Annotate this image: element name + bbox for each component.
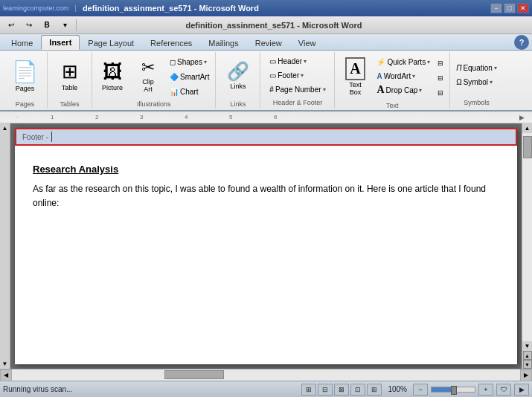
draft-button[interactable]: ⊞ xyxy=(367,384,382,396)
header-icon: ▭ xyxy=(269,57,276,65)
status-bar: Running virus scan... ⊞ ⊟ ⊠ ⊡ ⊞ 100% − +… xyxy=(0,381,532,397)
tab-references[interactable]: References xyxy=(142,36,200,50)
footer-cursor xyxy=(51,132,52,142)
textbox-button[interactable]: A TextBox xyxy=(338,54,372,99)
shapes-button[interactable]: ◻ Shapes ▾ xyxy=(167,55,212,68)
prev-page-button[interactable]: ▲ xyxy=(523,351,532,360)
ribbon-group-header-footer: ▭ Header ▾ ▭ Footer ▾ # Page Number ▾ He… xyxy=(260,52,335,109)
footer-button[interactable]: ▭ Footer ▾ xyxy=(266,68,307,82)
qa-dropdown-button[interactable]: ▾ xyxy=(57,18,73,33)
smartart-icon: 🔷 xyxy=(170,73,179,81)
page-number-button[interactable]: # Page Number ▾ xyxy=(266,83,328,96)
tab-view[interactable]: View xyxy=(290,36,324,50)
tab-page-layout[interactable]: Page Layout xyxy=(80,36,142,50)
scroll-up-button[interactable]: ▲ xyxy=(523,123,532,133)
scroll-up-left[interactable]: ▲ xyxy=(2,125,8,132)
qa-undo-button[interactable]: ↩ xyxy=(3,18,19,33)
dropcap-button[interactable]: A Drop Cap ▾ xyxy=(374,83,433,97)
quick-parts-button[interactable]: ⚡ Quick Parts ▾ xyxy=(374,55,433,68)
shapes-icon: ◻ xyxy=(170,58,176,66)
extra-button[interactable]: ▶ xyxy=(514,384,529,396)
links-icon: 🔗 xyxy=(227,61,249,82)
doc-title: Research Analysis xyxy=(33,164,499,175)
chart-button[interactable]: 📊 Chart xyxy=(167,85,212,98)
web-layout-button[interactable]: ⊠ xyxy=(334,384,349,396)
shield-icon[interactable]: 🛡 xyxy=(496,384,511,396)
symbol-button[interactable]: Ω Symbol ▾ xyxy=(453,76,496,89)
zoom-slider[interactable] xyxy=(431,387,475,393)
tab-home[interactable]: Home xyxy=(3,36,41,50)
date-time-button[interactable]: ⊟ xyxy=(435,71,446,85)
pages-group-label: Pages xyxy=(16,100,35,109)
tab-insert[interactable]: Insert xyxy=(41,35,80,50)
table-button[interactable]: ⊞ Table xyxy=(53,54,87,98)
minimize-button[interactable]: − xyxy=(490,3,502,13)
object-button[interactable]: ⊟ xyxy=(435,86,446,100)
horizontal-scrollbar[interactable]: ◀ ▶ xyxy=(0,369,532,381)
zoom-handle[interactable] xyxy=(451,386,457,395)
scroll-right-button[interactable]: ▶ xyxy=(520,369,532,381)
tab-mailings[interactable]: Mailings xyxy=(200,36,246,50)
picture-icon: 🖼 xyxy=(103,60,122,83)
links-button[interactable]: 🔗 Links xyxy=(221,54,255,98)
equation-button[interactable]: Π Equation ▾ xyxy=(453,62,500,75)
wordart-dropdown-arrow: ▾ xyxy=(412,73,415,80)
doc-wrapper: Footer - Research Analysis As far as the… xyxy=(10,123,522,369)
ruler: · 1 2 3 4 5 6 ▶ xyxy=(0,112,532,123)
footer-dropdown-arrow: ▾ xyxy=(301,72,304,79)
ruler-tick: 3 xyxy=(140,114,143,120)
wordart-button[interactable]: A WordArt ▾ xyxy=(374,69,433,83)
next-page-button[interactable]: ▼ xyxy=(523,360,532,369)
zoom-in-button[interactable]: + xyxy=(478,384,493,396)
window-controls: − □ ✕ xyxy=(490,3,529,13)
pages-label: Pages xyxy=(16,85,35,93)
qa-bold-button[interactable]: B xyxy=(39,18,55,33)
links-label: Links xyxy=(230,83,246,91)
scroll-down-button[interactable]: ▼ xyxy=(523,341,532,351)
ruler-tick: 1 xyxy=(51,114,54,120)
app-logo: learningcomputer.com xyxy=(3,4,69,12)
vertical-scrollbar[interactable]: ▲ ▼ ▲ ▼ xyxy=(522,123,532,369)
main-area: ▲ ▼ Footer - Research Analysis As far as… xyxy=(0,123,532,369)
zoom-out-button[interactable]: − xyxy=(413,384,428,396)
tables-group-content: ⊞ Table xyxy=(53,54,87,98)
tab-review[interactable]: Review xyxy=(247,36,290,50)
maximize-button[interactable]: □ xyxy=(504,3,516,13)
text-extra-buttons: ⊟ ⊟ ⊟ xyxy=(435,54,446,100)
doc-page[interactable]: Footer - Research Analysis As far as the… xyxy=(15,128,517,364)
header-button[interactable]: ▭ Header ▾ xyxy=(266,54,310,68)
footer-editing-area[interactable]: Footer - xyxy=(15,128,517,146)
close-button[interactable]: ✕ xyxy=(517,3,529,13)
chart-label: Chart xyxy=(180,88,198,96)
equation-label: Equation xyxy=(463,64,492,72)
picture-button[interactable]: 🖼 Picture xyxy=(95,54,129,98)
ribbon-group-symbols: Π Equation ▾ Ω Symbol ▾ Symbols xyxy=(450,52,503,109)
header-label: Header xyxy=(278,57,302,65)
dropcap-icon: A xyxy=(376,84,384,96)
doc-content[interactable]: Research Analysis As far as the research… xyxy=(15,146,517,222)
illus-small-buttons: ◻ Shapes ▾ 🔷 SmartArt 📊 Chart xyxy=(167,54,212,98)
header-dropdown-arrow: ▾ xyxy=(304,58,307,65)
print-layout-button[interactable]: ⊞ xyxy=(301,384,316,396)
h-scroll-thumb[interactable] xyxy=(164,370,224,379)
h-scroll-track[interactable] xyxy=(12,369,520,381)
wordart-label: WordArt xyxy=(384,72,411,80)
qa-redo-button[interactable]: ↪ xyxy=(21,18,37,33)
help-button[interactable]: ? xyxy=(514,35,529,50)
full-reading-button[interactable]: ⊟ xyxy=(318,384,333,396)
smartart-button[interactable]: 🔷 SmartArt xyxy=(167,70,212,83)
scroll-left-button[interactable]: ◀ xyxy=(0,369,12,381)
text-group-content: A TextBox ⚡ Quick Parts ▾ A WordArt ▾ A … xyxy=(338,54,446,100)
doc-body[interactable]: As far as the research on this topic, I … xyxy=(33,182,499,210)
scroll-track[interactable] xyxy=(522,133,532,341)
quick-parts-label: Quick Parts xyxy=(387,58,426,66)
scroll-thumb[interactable] xyxy=(523,136,532,158)
signature-line-button[interactable]: ⊟ xyxy=(435,57,446,70)
outline-button[interactable]: ⊡ xyxy=(350,384,365,396)
status-right: ⊞ ⊟ ⊠ ⊡ ⊞ 100% − + 🛡 ▶ xyxy=(301,384,529,396)
symbols-group-content: Π Equation ▾ Ω Symbol ▾ xyxy=(453,54,500,97)
quick-parts-dropdown-arrow: ▾ xyxy=(427,59,430,65)
clipart-button[interactable]: ✂ ClipArt xyxy=(131,54,165,98)
pages-button[interactable]: 📄 Pages xyxy=(8,54,42,98)
scroll-down-left[interactable]: ▼ xyxy=(2,361,8,367)
